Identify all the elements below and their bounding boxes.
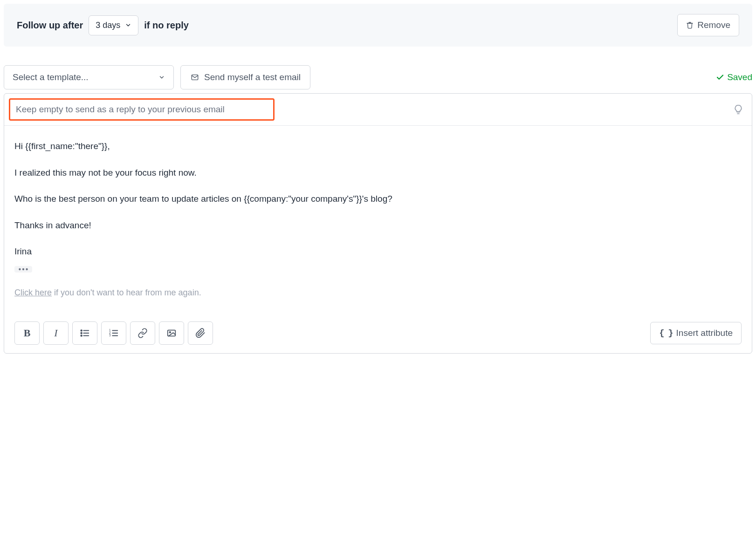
followup-prefix: Follow up after [17,20,83,31]
link-button[interactable] [130,321,155,345]
italic-icon: I [54,327,57,339]
followup-suffix: if no reply [144,20,189,31]
check-icon [716,73,724,82]
chevron-down-icon [158,74,165,81]
insert-attribute-label: Insert attribute [676,328,733,338]
braces-icon: { } [659,328,672,338]
send-test-email-button[interactable]: Send myself a test email [180,65,310,89]
toolbar-left: B I 123 [14,321,213,345]
saved-indicator: Saved [716,72,752,82]
followup-settings: Follow up after 3 days if no reply [17,15,189,35]
followup-days-select[interactable]: 3 days [89,15,138,35]
svg-text:3: 3 [109,334,111,337]
followup-bar: Follow up after 3 days if no reply Remov… [4,4,752,47]
svg-point-1 [19,268,21,270]
subject-row [4,94,752,126]
followup-days-value: 3 days [96,20,120,30]
body-line-3: Who is the best person on your team to u… [14,192,742,206]
italic-button[interactable]: I [43,321,69,345]
svg-point-6 [81,332,82,334]
svg-point-8 [81,335,82,336]
saved-label: Saved [727,72,752,82]
remove-button[interactable]: Remove [677,14,739,36]
svg-point-2 [22,268,24,270]
numbered-list-button[interactable]: 123 [101,321,126,345]
test-email-label: Send myself a test email [204,72,301,82]
quoted-content-toggle[interactable] [14,266,32,273]
svg-point-17 [169,331,171,333]
bullet-list-button[interactable] [72,321,97,345]
subject-highlight [9,98,275,121]
unsubscribe-link[interactable]: Click here [14,288,52,297]
body-line-1: Hi {{first_name:"there"}}, [14,140,742,153]
unsubscribe-rest: if you don't want to hear from me again. [52,288,201,297]
lightbulb-icon[interactable] [733,104,743,115]
template-placeholder: Select a template... [13,72,89,82]
template-left: Select a template... Send myself a test … [4,65,310,89]
editor-toolbar: B I 123 { } Insert attribute [4,321,752,353]
body-line-2: I realized this may not be your focus ri… [14,166,742,180]
unsubscribe-line: Click here if you don't want to hear fro… [14,287,742,299]
remove-label: Remove [697,20,730,30]
image-button[interactable] [159,321,184,345]
image-icon [166,328,177,338]
editor-container: Hi {{first_name:"there"}}, I realized th… [4,93,752,354]
envelope-icon [190,74,199,81]
svg-point-4 [81,330,82,331]
trash-icon [686,21,694,29]
template-row: Select a template... Send myself a test … [4,65,752,89]
attachment-button[interactable] [188,321,213,345]
insert-attribute-button[interactable]: { } Insert attribute [650,322,742,344]
body-signature: Irina [14,245,742,259]
paperclip-icon [195,328,206,338]
bullet-list-icon [80,328,90,338]
bold-icon: B [24,327,31,339]
template-select[interactable]: Select a template... [4,65,174,89]
ellipsis-icon [17,266,29,273]
body-line-4: Thanks in advance! [14,219,742,232]
email-body[interactable]: Hi {{first_name:"there"}}, I realized th… [4,126,752,321]
chevron-down-icon [125,22,131,28]
svg-point-3 [26,268,27,270]
bold-button[interactable]: B [14,321,40,345]
numbered-list-icon: 123 [109,328,119,338]
link-icon [137,328,148,338]
subject-input[interactable] [16,104,268,115]
